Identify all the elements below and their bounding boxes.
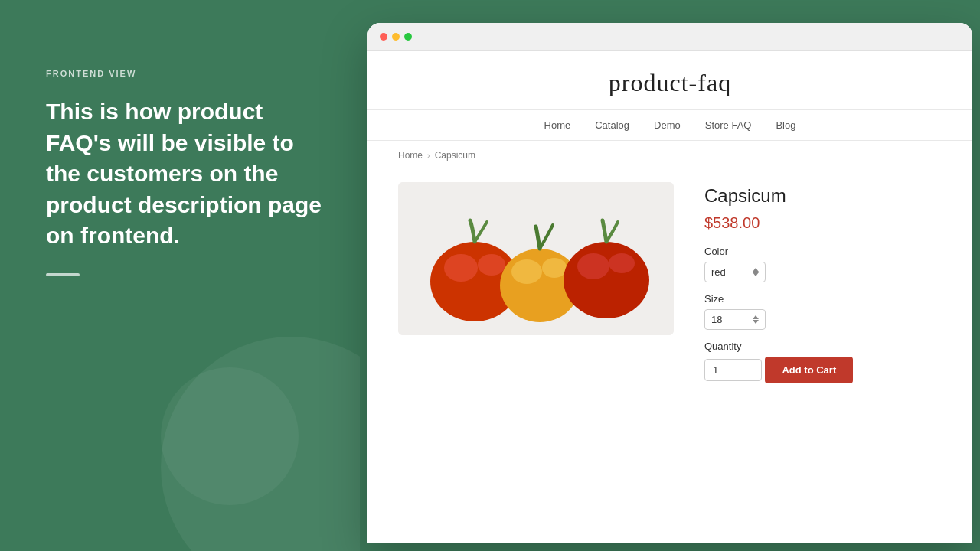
browser-content: product-faq Home Catalog Demo Store FAQ … <box>368 51 972 543</box>
product-image <box>398 182 674 335</box>
arrow-down-size-icon <box>753 320 759 324</box>
size-label: Size <box>704 293 942 305</box>
product-price: $538.00 <box>704 214 942 232</box>
product-image-wrap <box>398 182 674 335</box>
dot-green-icon <box>404 33 412 41</box>
select-arrows-size <box>753 315 759 324</box>
product-name: Capsicum <box>704 185 942 207</box>
nav-store-faq[interactable]: Store FAQ <box>705 119 752 131</box>
svg-point-5 <box>511 259 542 284</box>
size-select[interactable]: 18 <box>704 309 766 330</box>
product-area: Capsicum $538.00 Color red Size 1 <box>368 170 972 425</box>
svg-point-8 <box>577 253 609 279</box>
right-panel: product-faq Home Catalog Demo Store FAQ … <box>360 0 980 551</box>
store-nav: Home Catalog Demo Store FAQ Blog <box>368 110 972 141</box>
svg-point-9 <box>609 253 635 273</box>
dot-red-icon <box>380 33 387 41</box>
svg-point-3 <box>478 254 505 276</box>
breadcrumb-separator: › <box>427 151 430 160</box>
browser-window: product-faq Home Catalog Demo Store FAQ … <box>368 23 972 543</box>
size-value: 18 <box>711 314 722 325</box>
breadcrumb-current: Capsicum <box>435 150 475 161</box>
arrow-up-size-icon <box>753 315 759 319</box>
dot-yellow-icon <box>392 33 400 41</box>
color-select[interactable]: red <box>704 262 766 282</box>
nav-catalog[interactable]: Catalog <box>595 119 629 131</box>
nav-demo[interactable]: Demo <box>654 119 681 131</box>
nav-home[interactable]: Home <box>544 119 571 131</box>
svg-point-7 <box>564 242 649 318</box>
nav-blog[interactable]: Blog <box>776 119 795 131</box>
color-label: Color <box>704 246 942 257</box>
arrow-down-icon <box>753 272 759 276</box>
frontend-view-label: FRONTEND VIEW <box>46 69 329 78</box>
store-header: product-faq <box>368 51 972 110</box>
left-panel: FRONTEND VIEW This is how product FAQ's … <box>0 0 360 551</box>
browser-bar <box>368 23 972 51</box>
divider <box>46 273 80 276</box>
quantity-label: Quantity <box>704 341 942 352</box>
product-details: Capsicum $538.00 Color red Size 1 <box>704 182 942 395</box>
store-title: product-faq <box>383 69 957 97</box>
color-value: red <box>711 266 726 278</box>
add-to-cart-button[interactable]: Add to Cart <box>765 357 853 383</box>
deco-circle-large <box>161 337 360 551</box>
description-text: This is how product FAQ's will be visibl… <box>46 96 329 252</box>
svg-point-6 <box>542 258 567 278</box>
breadcrumb-home[interactable]: Home <box>398 150 423 161</box>
select-arrows-color <box>753 268 759 276</box>
quantity-input[interactable] <box>704 359 762 381</box>
svg-point-2 <box>444 254 478 282</box>
breadcrumb: Home › Capsicum <box>368 141 972 170</box>
arrow-up-icon <box>753 268 759 272</box>
deco-circle-small <box>161 367 299 505</box>
